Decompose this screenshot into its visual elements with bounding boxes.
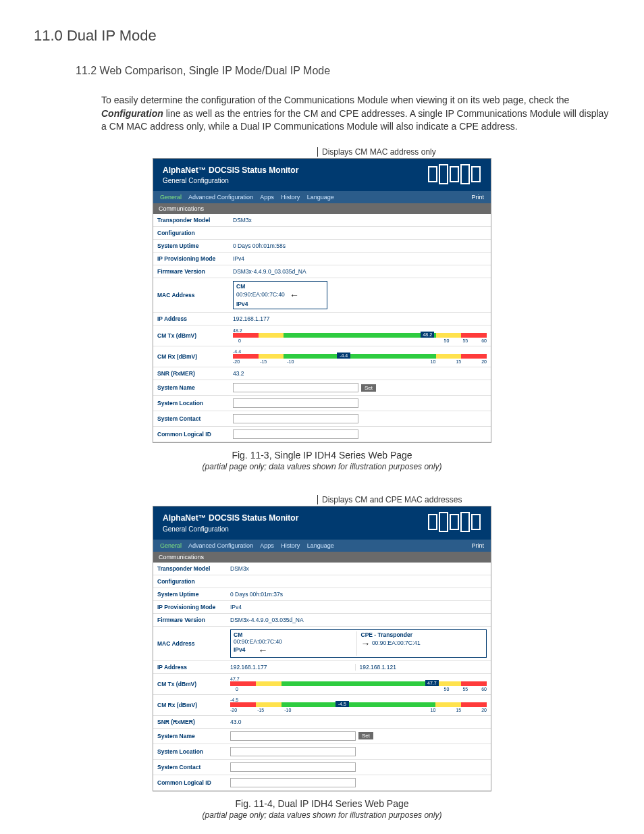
set-button2[interactable]: Set	[358, 732, 373, 739]
panel-subtitle2: General Configuration	[163, 525, 298, 533]
val-snr: 43.2	[229, 367, 491, 380]
nav-advanced[interactable]: Advanced Configuration	[188, 194, 253, 201]
label-mac2: MAC Address	[153, 626, 226, 660]
label-prov2: IP Provisioning Mode	[153, 600, 226, 613]
label-mac: MAC Address	[153, 278, 229, 313]
tx-scale-0: 0	[238, 338, 241, 343]
nav-apps[interactable]: Apps	[260, 194, 274, 201]
label-clid2: Common Logical ID	[153, 775, 226, 790]
panel-header: AlphaNet™ DOCSIS Status Monitor General …	[153, 159, 491, 192]
fig2-sub: (partial page only; data values shown fo…	[34, 810, 610, 820]
tx-scale-50b: 50	[444, 687, 450, 692]
subsection-title: 11.2 Web Comparison, Single IP Mode/Dual…	[76, 65, 610, 77]
tx-scale-60: 60	[481, 338, 487, 343]
callout-single-ip: Displays CM MAC address only	[317, 147, 610, 157]
panel-header2: AlphaNet™ DOCSIS Status Monitor General …	[153, 506, 491, 540]
val-ip-cpe: 192.168.1.121	[355, 664, 485, 671]
sysname-input2[interactable]	[230, 731, 356, 741]
val-ip: 192.168.1.177	[229, 313, 491, 325]
label-sysname2: System Name	[153, 728, 226, 744]
nav-advanced2[interactable]: Advanced Configuration	[188, 542, 253, 549]
tx-val-text: 48.2	[233, 328, 487, 333]
rx-scale-n15b: -15	[257, 708, 264, 712]
label-fw: Firmware Version	[153, 265, 229, 278]
alpha-logo-icon2	[427, 514, 481, 532]
label-prov: IP Provisioning Mode	[153, 253, 229, 265]
val-fw: DSM3x-4.4.9.0_03.035d_NA	[229, 265, 491, 278]
arrow-right-icon: →	[361, 638, 371, 649]
arrow-left-icon: ←	[290, 290, 299, 301]
label-sysloc2: System Location	[153, 744, 226, 759]
label-rx: CM Rx (dBmV)	[153, 346, 229, 367]
tx-marker2: 47.7	[425, 680, 439, 686]
syscon-input[interactable]	[233, 414, 358, 423]
nav-language[interactable]: Language	[307, 194, 334, 201]
rx-val-text2: -4.5	[230, 698, 487, 702]
sysloc-input2[interactable]	[230, 747, 356, 756]
clid-input2[interactable]	[230, 778, 356, 787]
clid-input[interactable]	[233, 429, 358, 439]
rx-scale-n20: -20	[233, 359, 240, 364]
panel-title2: AlphaNet™ DOCSIS Status Monitor	[163, 513, 298, 524]
val-mac: 00:90:EA:00:7C:40	[236, 292, 285, 298]
val-uptime: 0 Days 00h:01m:58s	[229, 240, 491, 253]
label-uptime: System Uptime	[153, 240, 229, 253]
tx-scale-55b: 55	[462, 687, 468, 692]
label-model2: Transponder Model	[153, 563, 226, 575]
nav-history2[interactable]: History	[281, 542, 300, 549]
intro-prefix: To easily determine the configuration of…	[101, 95, 569, 105]
nav-general[interactable]: General	[160, 194, 182, 201]
val-prov: IPv4	[229, 253, 491, 265]
ipv4-label2: IPv4	[234, 646, 246, 653]
syscon-input2[interactable]	[230, 762, 356, 772]
rx-bar2: -4.5	[230, 702, 487, 707]
cpe-label: CPE - Transponder	[361, 631, 413, 638]
nav-language2[interactable]: Language	[307, 542, 334, 549]
fig1-sub: (partial page only; data values shown fo…	[34, 462, 610, 471]
fig2-caption: Fig. 11-4, Dual IP IDH4 Series Web Page	[34, 798, 610, 809]
label-tx2: CM Tx (dBmV)	[153, 673, 226, 694]
rx-scale-n20b: -20	[230, 708, 237, 712]
nav-apps2[interactable]: Apps	[260, 542, 274, 549]
tx-bar2: 47.7	[230, 681, 487, 686]
label-config: Configuration	[153, 227, 229, 240]
communications-header: Communications	[153, 203, 491, 214]
rx-scale-15: 15	[456, 359, 461, 364]
tx-scale-50: 50	[444, 338, 450, 343]
label-sysname: System Name	[153, 380, 229, 396]
label-snr: SNR (RxMER)	[153, 367, 229, 380]
label-config2: Configuration	[153, 575, 226, 588]
rx-scale-20b: 20	[481, 708, 487, 712]
rx-scale-10b: 10	[431, 708, 436, 712]
label-syscon: System Contact	[153, 411, 229, 427]
rx-marker2: -4.5	[336, 701, 349, 707]
tx-scale-55: 55	[462, 338, 468, 343]
label-uptime2: System Uptime	[153, 588, 226, 600]
fig1-caption: Fig. 11-3, Single IP IDH4 Series Web Pag…	[34, 450, 610, 461]
callout-dual-ip: Displays CM and CPE MAC addresses	[317, 495, 610, 504]
section-title: 11.0 Dual IP Mode	[34, 27, 610, 45]
label-model: Transponder Model	[153, 214, 229, 227]
nav-history[interactable]: History	[281, 194, 300, 201]
panel-subtitle: General Configuration	[163, 177, 298, 184]
intro-bold: Configuration	[101, 108, 163, 119]
val-prov2: IPv4	[226, 600, 491, 613]
communications-header2: Communications	[153, 552, 491, 563]
nav-print2[interactable]: Print	[471, 542, 484, 549]
nav-print[interactable]: Print	[471, 194, 484, 201]
set-button[interactable]: Set	[361, 384, 376, 392]
data-table-dual: Transponder ModelDSM3x Configuration Sys…	[153, 563, 491, 791]
cm-label: CM	[236, 283, 245, 290]
ipv4-label: IPv4	[236, 301, 248, 307]
sysloc-input[interactable]	[233, 398, 358, 408]
panel-nav2: General Advanced Configuration Apps Hist…	[153, 540, 491, 552]
data-table-single: Transponder ModelDSM3x Configuration Sys…	[153, 214, 491, 442]
nav-general2[interactable]: General	[160, 542, 182, 549]
val-ip-cm: 192.168.1.177	[230, 664, 355, 671]
label-clid: Common Logical ID	[153, 427, 229, 442]
rx-scale-n15: -15	[260, 359, 267, 364]
label-fw2: Firmware Version	[153, 613, 226, 626]
sysname-input[interactable]	[233, 383, 358, 392]
panel-nav: General Advanced Configuration Apps Hist…	[153, 191, 491, 203]
rx-val-text: -4.4	[233, 349, 487, 354]
